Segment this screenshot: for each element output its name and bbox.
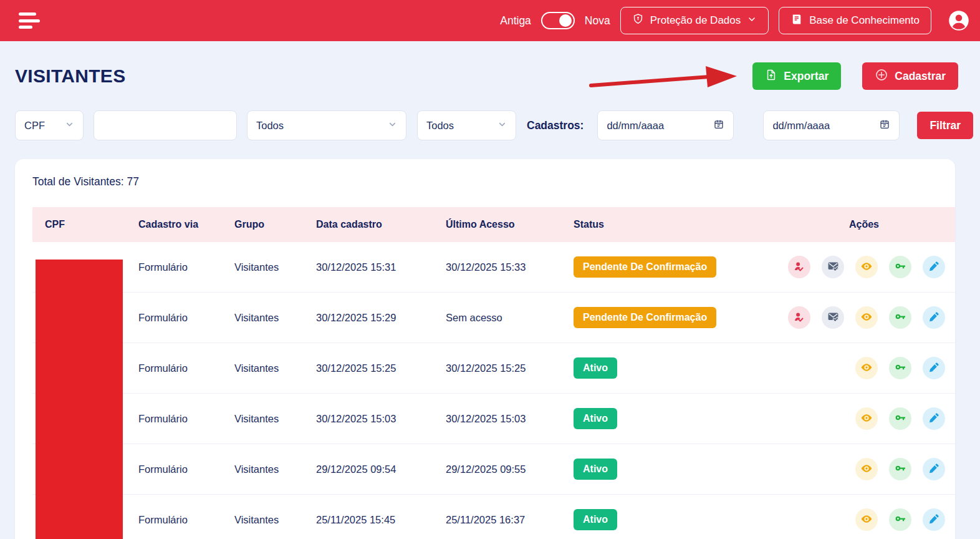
field-type-select[interactable]: CPF <box>15 110 84 140</box>
column-header-7: Ações <box>773 219 955 230</box>
eye-icon <box>860 462 873 477</box>
table-row: FormulárioVisitantes30/12/2025 15:2530/1… <box>32 343 955 394</box>
group-filter-value: Todos <box>256 120 284 132</box>
pencil-icon <box>928 311 939 324</box>
page-header: VISITANTES Exportar Cadastrar <box>0 41 980 90</box>
cpf-redaction-overlay <box>36 260 123 539</box>
cell-status: Pendente De Confirmação <box>574 307 773 328</box>
eye-action-button[interactable] <box>855 458 878 480</box>
toggle-knob <box>559 14 572 27</box>
pencil-action-button[interactable] <box>923 357 945 379</box>
cell-status: Pendente De Confirmação <box>574 256 773 278</box>
key-action-button[interactable] <box>889 357 911 379</box>
calendar-icon <box>879 119 890 132</box>
eye-icon <box>860 260 873 274</box>
table-header-row: CPFCadastro viaGrupoData cadastroÚltimo … <box>32 207 955 242</box>
data-protection-button[interactable]: Proteção de Dados <box>620 7 769 34</box>
cell-ultimo-acesso: 30/12/2025 15:03 <box>446 413 574 425</box>
group-filter-select[interactable]: Todos <box>247 110 406 140</box>
key-icon <box>895 412 906 425</box>
eye-action-button[interactable] <box>855 508 878 531</box>
register-label: Cadastrar <box>895 70 946 83</box>
pencil-action-button[interactable] <box>923 458 945 480</box>
pencil-action-button[interactable] <box>923 508 945 531</box>
key-action-button[interactable] <box>889 407 911 430</box>
user-avatar-icon[interactable] <box>948 9 970 32</box>
cell-status: Ativo <box>574 459 773 480</box>
version-toggle[interactable] <box>541 12 575 29</box>
pencil-icon <box>928 513 939 527</box>
calendar-icon <box>713 119 724 132</box>
person-check-icon <box>794 261 805 274</box>
filter-bar: CPF Todos Todos Cadastros: dd/mm/aaaa dd… <box>0 110 980 140</box>
eye-icon <box>860 311 873 325</box>
cell-data-cadastro: 25/11/2025 15:45 <box>316 514 446 526</box>
plus-circle-icon <box>875 68 888 85</box>
cell-ultimo-acesso: 30/12/2025 15:25 <box>446 362 574 374</box>
export-button[interactable]: Exportar <box>752 62 841 90</box>
register-button[interactable]: Cadastrar <box>862 62 958 90</box>
column-header-2: Cadastro via <box>138 219 234 230</box>
date-to-input[interactable]: dd/mm/aaaa <box>763 110 900 140</box>
eye-action-button[interactable] <box>855 357 878 379</box>
eye-icon <box>860 412 873 426</box>
pencil-icon <box>928 463 939 476</box>
toggle-right-label: Nova <box>585 14 610 27</box>
pencil-action-button[interactable] <box>923 407 945 430</box>
key-action-button[interactable] <box>889 508 911 531</box>
pencil-icon <box>928 362 939 375</box>
column-header-3: Grupo <box>234 219 316 230</box>
mail-check-action-button[interactable] <box>822 256 844 278</box>
cell-grupo: Visitantes <box>234 464 316 475</box>
column-header-5: Último Acesso <box>446 219 574 230</box>
date-from-input[interactable]: dd/mm/aaaa <box>597 110 734 140</box>
search-input[interactable] <box>103 120 228 132</box>
cell-data-cadastro: 30/12/2025 15:31 <box>316 261 446 273</box>
person-check-action-button[interactable] <box>788 306 810 329</box>
status-badge: Ativo <box>574 357 617 379</box>
person-check-action-button[interactable] <box>788 256 810 278</box>
key-action-button[interactable] <box>889 256 911 278</box>
table-row: FormulárioVisitantes29/12/2025 09:5429/1… <box>32 444 955 495</box>
mail-check-action-button[interactable] <box>822 306 844 329</box>
cell-cadastro-via: Formulário <box>138 413 234 425</box>
key-action-button[interactable] <box>889 458 911 480</box>
shield-icon <box>632 13 644 28</box>
mail-check-icon <box>827 260 839 274</box>
topbar: Antiga Nova Proteção de Dados Base de Co… <box>0 0 980 41</box>
column-header-6: Status <box>574 219 773 230</box>
table-row: FormulárioVisitantes30/12/2025 15:29Sem … <box>32 293 955 343</box>
cell-data-cadastro: 29/12/2025 09:54 <box>316 464 446 475</box>
pencil-action-button[interactable] <box>923 306 945 329</box>
cell-actions <box>773 306 955 329</box>
key-action-button[interactable] <box>889 306 911 329</box>
total-visitors-label: Total de Visitantes: 77 <box>32 175 955 188</box>
chevron-down-icon <box>65 120 74 132</box>
pencil-icon <box>928 412 939 425</box>
status-badge: Ativo <box>574 459 617 480</box>
pencil-action-button[interactable] <box>923 256 945 278</box>
filter-button[interactable]: Filtrar <box>917 112 973 139</box>
menu-hamburger-icon[interactable] <box>19 12 40 29</box>
cell-grupo: Visitantes <box>234 413 316 425</box>
cell-ultimo-acesso: 25/11/2025 16:37 <box>446 514 574 526</box>
knowledge-base-button[interactable]: Base de Conhecimento <box>779 7 931 34</box>
cadastros-label: Cadastros: <box>527 119 584 132</box>
table-row: FormulárioVisitantes30/12/2025 15:0330/1… <box>32 394 955 444</box>
eye-action-button[interactable] <box>855 306 878 329</box>
status-filter-select[interactable]: Todos <box>417 110 516 140</box>
column-header-4: Data cadastro <box>316 219 446 230</box>
cell-cadastro-via: Formulário <box>138 514 234 526</box>
cell-grupo: Visitantes <box>234 514 316 526</box>
book-icon <box>790 13 803 29</box>
knowledge-base-label: Base de Conhecimento <box>809 14 920 27</box>
chevron-down-icon <box>747 14 757 27</box>
file-export-icon <box>765 69 777 84</box>
pencil-icon <box>928 261 939 274</box>
status-badge: Pendente De Confirmação <box>574 307 716 328</box>
key-icon <box>895 513 906 527</box>
eye-action-button[interactable] <box>855 256 878 278</box>
eye-action-button[interactable] <box>855 407 878 430</box>
status-filter-value: Todos <box>426 120 454 132</box>
eye-icon <box>860 361 873 376</box>
